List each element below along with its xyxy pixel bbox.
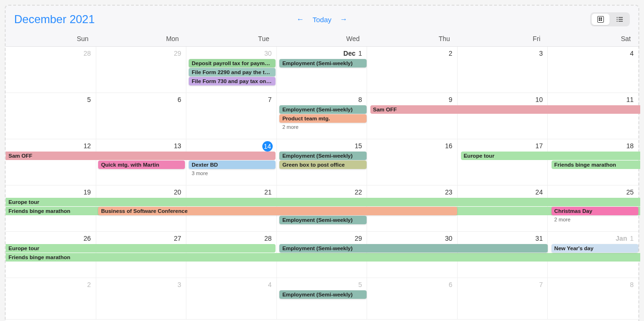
day-cell[interactable]: 8 bbox=[548, 278, 638, 320]
day-number: 26 bbox=[84, 235, 91, 242]
event[interactable]: Europe tour bbox=[6, 198, 640, 206]
day-number: Jan1 bbox=[616, 235, 634, 242]
day-number: 16 bbox=[445, 142, 452, 150]
title-month: December bbox=[14, 13, 67, 25]
list-view-button[interactable] bbox=[611, 14, 628, 25]
prev-month-button[interactable]: ← bbox=[293, 15, 307, 24]
day-number: 29 bbox=[355, 235, 362, 242]
event[interactable]: Dexter BD bbox=[189, 160, 276, 169]
next-month-button[interactable]: → bbox=[337, 15, 351, 24]
event[interactable]: Product team mtg. bbox=[279, 114, 366, 123]
event[interactable]: Employment (Semi-weekly) bbox=[279, 244, 547, 253]
calendar: December 2021 ← Today → SunMonTueWedThuF… bbox=[5, 5, 639, 321]
event[interactable]: New Year's day bbox=[552, 244, 638, 253]
day-number: 6 bbox=[177, 96, 181, 103]
event[interactable]: Employment (Semi-weekly) bbox=[279, 105, 366, 114]
dayheader-cell: Wed bbox=[277, 31, 368, 46]
day-number: 9 bbox=[449, 96, 452, 103]
day-number: 24 bbox=[535, 188, 543, 196]
day-number: 8 bbox=[630, 281, 634, 288]
day-cell[interactable]: 16 bbox=[367, 139, 458, 186]
day-number: 3 bbox=[177, 281, 181, 288]
nav-center: ← Today → bbox=[293, 15, 350, 24]
day-cell[interactable]: 2 bbox=[6, 278, 96, 320]
day-cell[interactable]: 4 bbox=[186, 278, 277, 320]
day-number: 13 bbox=[174, 142, 182, 150]
day-number: 22 bbox=[355, 188, 362, 196]
day-number: 23 bbox=[445, 188, 452, 196]
event[interactable]: File Form 730 and pay tax on wa… bbox=[189, 77, 276, 85]
dayheader-cell: Sun bbox=[6, 31, 96, 46]
day-number: 7 bbox=[539, 281, 543, 288]
day-number: 3 bbox=[539, 50, 543, 57]
day-number: 10 bbox=[535, 96, 543, 103]
day-cell[interactable]: 5 bbox=[277, 278, 368, 320]
day-cell[interactable]: 7 bbox=[186, 93, 277, 139]
dayheader-cell: Mon bbox=[96, 31, 187, 46]
day-number: 31 bbox=[535, 235, 543, 242]
day-cell[interactable]: 6 bbox=[96, 93, 187, 139]
event[interactable]: Europe tour bbox=[461, 152, 640, 160]
month-view-button[interactable] bbox=[592, 14, 610, 25]
day-number: 15 bbox=[355, 142, 362, 150]
event[interactable]: Employment (Semi-weekly) bbox=[279, 152, 366, 160]
day-number: 4 bbox=[268, 281, 272, 288]
dayheader-cell: Thu bbox=[367, 31, 458, 46]
day-cell[interactable]: 2 bbox=[367, 47, 458, 93]
day-cell[interactable]: 6 bbox=[367, 278, 458, 320]
event[interactable]: Green box to post office bbox=[279, 160, 366, 169]
day-cell[interactable]: 28 bbox=[6, 47, 96, 93]
dayheader-cell: Fri bbox=[458, 31, 548, 46]
event[interactable]: Employment (Semi-weekly) bbox=[279, 216, 366, 224]
calendar-header: December 2021 ← Today → bbox=[6, 6, 638, 31]
event[interactable]: Quick mtg. with Martin bbox=[98, 160, 185, 169]
day-number: 5 bbox=[358, 281, 362, 288]
event[interactable]: Business of Software Conference bbox=[98, 207, 457, 215]
day-number: 2 bbox=[449, 50, 452, 57]
more-events-link[interactable]: 2 more bbox=[552, 216, 573, 223]
day-number: 6 bbox=[449, 281, 452, 288]
day-number: 18 bbox=[626, 142, 634, 150]
day-cell[interactable]: Dec1 bbox=[277, 47, 368, 93]
event[interactable]: Friends binge marathon bbox=[6, 253, 640, 262]
day-cell[interactable]: 29 bbox=[96, 47, 187, 93]
day-cell[interactable]: 9 bbox=[367, 93, 458, 139]
event[interactable]: Employment (Semi-weekly) bbox=[279, 59, 366, 68]
day-number-today: 14 bbox=[262, 141, 273, 152]
day-cell[interactable]: 11 bbox=[548, 93, 638, 139]
event[interactable]: Christmas Day bbox=[552, 207, 638, 215]
page-title: December 2021 bbox=[14, 13, 95, 26]
event[interactable]: Sam OFF bbox=[370, 105, 640, 114]
event[interactable]: File Form 2290 and pay the tax f… bbox=[189, 68, 276, 76]
calendar-grid: 282930Dec1234567891011121314151617181920… bbox=[6, 47, 638, 321]
day-number: 28 bbox=[264, 235, 272, 242]
event[interactable]: Sam OFF bbox=[6, 152, 276, 160]
day-number: 17 bbox=[535, 142, 543, 150]
event[interactable]: Deposit payroll tax for payment… bbox=[189, 59, 276, 68]
event[interactable]: Employment (Semi-weekly) bbox=[279, 290, 366, 299]
day-cell[interactable]: 7 bbox=[458, 278, 548, 320]
day-number: 30 bbox=[264, 50, 272, 57]
grid-icon bbox=[597, 16, 604, 23]
dayheader-cell: Sat bbox=[548, 31, 638, 46]
dayheader-row: SunMonTueWedThuFriSat bbox=[6, 31, 638, 47]
day-cell[interactable]: 3 bbox=[458, 47, 548, 93]
view-toggle bbox=[590, 12, 630, 26]
day-number: 25 bbox=[626, 188, 634, 196]
day-number: 28 bbox=[84, 50, 91, 57]
event[interactable]: Friends binge marathon bbox=[552, 160, 640, 169]
more-events-link[interactable]: 3 more bbox=[189, 169, 210, 177]
day-cell[interactable]: 12 bbox=[6, 139, 96, 186]
title-year: 2021 bbox=[69, 13, 94, 25]
day-cell[interactable]: 17 bbox=[458, 139, 548, 186]
day-cell[interactable]: 3 bbox=[96, 278, 187, 320]
today-button[interactable]: Today bbox=[312, 16, 331, 24]
event[interactable]: Europe tour bbox=[6, 244, 276, 253]
more-events-link[interactable]: 2 more bbox=[279, 123, 301, 131]
day-cell[interactable]: 5 bbox=[6, 93, 96, 139]
day-number: 19 bbox=[84, 188, 91, 196]
day-cell[interactable]: 10 bbox=[458, 93, 548, 139]
day-number: 7 bbox=[268, 96, 272, 103]
day-cell[interactable]: 4 bbox=[548, 47, 638, 93]
day-number: Dec1 bbox=[343, 50, 362, 57]
